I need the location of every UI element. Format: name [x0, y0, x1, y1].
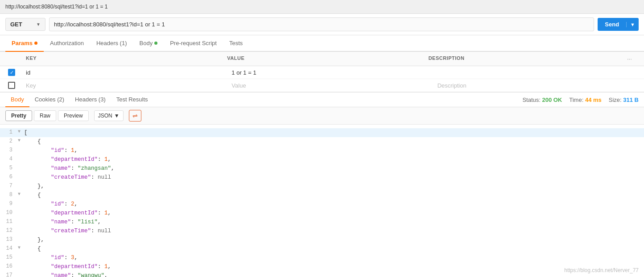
time-value: 44 ms	[585, 97, 602, 103]
header-check-col	[5, 52, 21, 66]
request-tabs: Params Authorization Headers (1) Body Pr…	[0, 35, 644, 52]
code-line-10: 10 "departmentId": 1,	[0, 209, 644, 218]
response-tab-cookies-label: Cookies (2)	[35, 96, 64, 103]
view-preview-button[interactable]: Preview	[58, 110, 89, 121]
response-tab-cookies[interactable]: Cookies (2)	[29, 92, 70, 107]
header-desc-col: DESCRIPTION	[424, 52, 625, 66]
tab-headers[interactable]: Headers (1)	[90, 35, 133, 52]
code-area: 1 ▼ [ 2 ▼ { 3 "id": 1, 4 "departmentId":…	[0, 125, 644, 277]
wrap-button[interactable]: ⇌	[129, 110, 141, 122]
tab-tests-label: Tests	[229, 40, 243, 46]
header-more-col: ···	[625, 52, 639, 66]
row-0-check[interactable]	[5, 66, 21, 79]
response-meta: Status: 200 OK Time: 44 ms Size: 311 B	[522, 97, 639, 103]
placeholder-key[interactable]: Key	[21, 80, 227, 92]
response-toolbar: Pretty Raw Preview JSON ▼ ⇌	[0, 107, 644, 125]
response-tab-testresults[interactable]: Test Results	[111, 92, 153, 107]
tab-params[interactable]: Params	[5, 35, 44, 52]
code-line-15: 15 "id": 3,	[0, 253, 644, 262]
response-tabs-row: Body Cookies (2) Headers (3) Test Result…	[0, 92, 644, 107]
title-url: http://localhost:8080/sql/test1?id=1 or …	[5, 4, 108, 10]
tab-body-label: Body	[140, 40, 153, 46]
row-0-desc[interactable]	[433, 70, 639, 75]
code-line-16: 16 "departmentId": 1,	[0, 262, 644, 271]
format-label: JSON	[98, 113, 112, 119]
request-bar: GET ▼ Send ▼	[0, 14, 644, 35]
method-select[interactable]: GET ▼	[5, 18, 45, 31]
code-line-11: 11 "name": "lisi",	[0, 218, 644, 227]
code-line-8: 8 ▼ {	[0, 191, 644, 200]
placeholder-checkbox[interactable]	[8, 82, 15, 89]
header-key-col: KEY	[21, 52, 223, 66]
size-value: 311 B	[623, 97, 639, 103]
code-line-4: 4 "departmentId": 1,	[0, 155, 644, 164]
tab-prerequest[interactable]: Pre-request Script	[164, 35, 223, 52]
code-line-7: 7 },	[0, 182, 644, 191]
view-raw-button[interactable]: Raw	[34, 110, 56, 121]
placeholder-check	[5, 79, 21, 92]
url-input[interactable]	[49, 17, 594, 31]
tab-body[interactable]: Body	[133, 35, 164, 52]
params-row-placeholder: Key Value Description	[0, 79, 644, 92]
header-value-col: VALUE	[223, 52, 424, 66]
code-line-17: 17 "name": "wangwu",	[0, 271, 644, 277]
response-tab-headers-label: Headers (3)	[75, 96, 106, 103]
code-line-9: 9 "id": 2,	[0, 200, 644, 209]
send-button[interactable]: Send ▼	[598, 18, 639, 31]
code-line-13: 13 },	[0, 235, 644, 244]
title-bar: http://localhost:8080/sql/test1?id=1 or …	[0, 0, 644, 14]
placeholder-value[interactable]: Value	[227, 80, 433, 92]
format-chevron-icon: ▼	[114, 113, 120, 119]
code-line-12: 12 "createTime": null	[0, 227, 644, 235]
code-line-14: 14 ▼ {	[0, 244, 644, 253]
method-label: GET	[10, 21, 22, 28]
tab-params-label: Params	[12, 40, 33, 46]
tab-headers-label: Headers (1)	[96, 40, 127, 46]
tab-authorization-label: Authorization	[50, 40, 84, 46]
code-line-2: 2 ▼ {	[0, 137, 644, 146]
send-label: Send	[598, 21, 626, 28]
row-0-key[interactable]: id	[21, 67, 227, 79]
params-row-0: id 1 or 1 = 1	[0, 66, 644, 79]
tab-prerequest-label: Pre-request Script	[170, 40, 217, 46]
format-select[interactable]: JSON ▼	[94, 110, 124, 121]
view-pretty-button[interactable]: Pretty	[5, 110, 32, 121]
wrap-icon: ⇌	[132, 112, 138, 119]
params-table: KEY VALUE DESCRIPTION ··· id 1 or 1 = 1 …	[0, 52, 644, 92]
status-value: 200 OK	[542, 97, 562, 103]
watermark: https://blog.csdn.net/Nerver_77	[564, 267, 639, 273]
code-line-3: 3 "id": 1,	[0, 146, 644, 155]
row-0-checkbox[interactable]	[8, 69, 15, 76]
code-line-6: 6 "createTime": null	[0, 173, 644, 182]
tab-tests[interactable]: Tests	[223, 35, 249, 52]
method-chevron-icon: ▼	[36, 22, 41, 27]
params-table-header: KEY VALUE DESCRIPTION ···	[0, 52, 644, 66]
response-tab-body[interactable]: Body	[5, 92, 29, 107]
tab-authorization[interactable]: Authorization	[44, 35, 90, 52]
code-line-1: 1 ▼ [	[0, 128, 644, 137]
size-label: Size: 311 B	[609, 97, 639, 103]
response-tab-headers[interactable]: Headers (3)	[70, 92, 111, 107]
body-dot	[154, 42, 157, 45]
code-line-5: 5 "name": "zhangsan",	[0, 164, 644, 173]
response-section: Body Cookies (2) Headers (3) Test Result…	[0, 92, 644, 277]
response-tab-body-label: Body	[11, 96, 24, 103]
send-dropdown-icon[interactable]: ▼	[626, 22, 639, 27]
params-dot	[34, 42, 37, 45]
response-tab-testresults-label: Test Results	[116, 96, 148, 103]
status-label: Status: 200 OK	[522, 97, 562, 103]
time-label: Time: 44 ms	[569, 97, 602, 103]
placeholder-desc[interactable]: Description	[433, 80, 639, 92]
row-0-value[interactable]: 1 or 1 = 1	[227, 67, 433, 79]
